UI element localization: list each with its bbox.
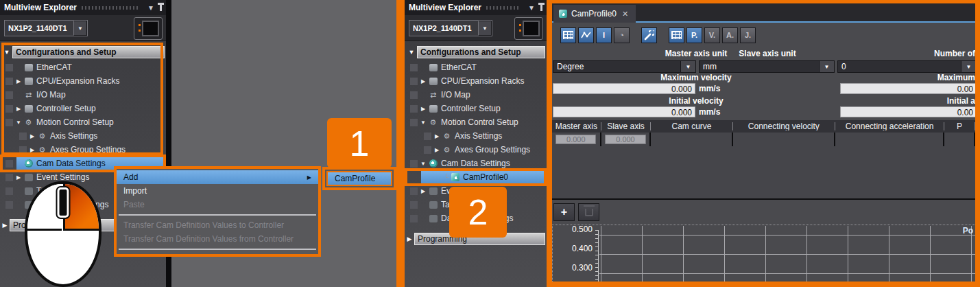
device-select[interactable]: NX1P2_1140DT1 ▼ (409, 20, 492, 36)
add-row-button[interactable]: + (553, 203, 575, 221)
tree-checkbox[interactable] (5, 91, 13, 99)
collapsed-arrow-icon[interactable]: ▶ (27, 147, 38, 153)
row-cell-field[interactable]: 0.000 (605, 135, 646, 144)
table-icon[interactable] (669, 27, 684, 43)
tree-checkbox[interactable] (5, 105, 13, 113)
tree-root-configurations[interactable]: ▼ Configurations and Setup (406, 45, 545, 59)
tree-checkbox[interactable] (410, 201, 418, 209)
chart-plot-area[interactable] (599, 226, 975, 282)
tree-checkbox[interactable] (410, 160, 418, 168)
row-cell[interactable] (944, 133, 975, 146)
tree-item-controller-setup[interactable]: ▶Controller Setup (405, 102, 547, 115)
expanded-arrow-icon[interactable]: ▼ (13, 119, 24, 126)
tree-item-i-o-map[interactable]: ⇄I/O Map (405, 88, 547, 102)
expanded-arrow-icon[interactable]: ▼ (418, 161, 429, 167)
text-cursor-icon[interactable]: I (596, 27, 612, 43)
tree-item-camprofile0[interactable]: └CamProfile0 (405, 170, 547, 184)
tree-item-ethercat[interactable]: EtherCAT (0, 60, 166, 74)
tree-checkbox[interactable] (424, 133, 431, 140)
menu-item-camprofile[interactable]: CamProfile (326, 171, 392, 186)
tree-checkbox[interactable] (5, 160, 13, 168)
close-icon[interactable]: ✕ (622, 10, 628, 19)
row-cell-field[interactable]: 0.000 (555, 135, 596, 144)
collapsed-arrow-icon[interactable]: ▶ (431, 133, 442, 139)
tree-checkbox[interactable] (410, 119, 418, 126)
initial-velocity-field[interactable]: 0.000 (553, 106, 695, 117)
tree-item-controller-setup[interactable]: ▶Controller Setup (0, 102, 166, 115)
cam-table-row[interactable]: 0.0000.000 (552, 133, 975, 146)
row-cell[interactable]: 0.000 (601, 133, 652, 146)
curve-view-icon[interactable] (578, 27, 594, 43)
menu-item-add[interactable]: Add▶ (117, 170, 318, 184)
row-cell[interactable] (733, 133, 835, 146)
tree-checkbox[interactable] (410, 91, 418, 99)
tree-item-cpu-expansion-racks[interactable]: ▶CPU/Expansion Racks (405, 74, 547, 88)
tree-item-axis-settings[interactable]: ▶⚙Axis Settings (0, 129, 166, 143)
tree-item-ethercat[interactable]: EtherCAT (405, 60, 547, 74)
grid-view-icon[interactable] (560, 27, 576, 43)
row-cell[interactable] (835, 133, 944, 146)
tree-checkbox[interactable] (410, 78, 418, 85)
device-select[interactable]: NX1P2_1140DT1 ▼ (4, 20, 88, 36)
position-toggle[interactable]: P. (686, 27, 702, 43)
tree-checkbox[interactable] (19, 133, 27, 140)
collapsed-arrow-icon[interactable]: ▶ (13, 78, 24, 84)
tree-checkbox[interactable] (410, 215, 418, 222)
collapsed-arrow-icon[interactable]: ▶ (418, 106, 429, 112)
expanded-arrow-icon[interactable]: ▼ (406, 49, 417, 56)
number-of-select[interactable]: 0 ▼ (837, 60, 977, 73)
pin-icon[interactable] (160, 5, 162, 11)
expanded-arrow-icon[interactable]: ▼ (1, 49, 12, 56)
controller-status-icon[interactable] (134, 17, 163, 40)
wrench-icon[interactable] (641, 27, 657, 43)
maximum-acceleration-field[interactable]: 0.00 (840, 83, 977, 94)
collapsed-arrow-icon[interactable]: ▶ (13, 106, 24, 112)
column-header-p: P (944, 122, 975, 130)
collapsed-arrow-icon[interactable]: ▶ (0, 222, 10, 229)
tree-item-axes-group-settings[interactable]: ▶⚙Axes Group Settings (405, 143, 547, 157)
tree-checkbox[interactable] (5, 119, 13, 126)
menu-item-import[interactable]: Import (117, 184, 318, 198)
row-cell[interactable]: 0.000 (552, 133, 601, 146)
controller-status-icon[interactable] (514, 17, 543, 40)
pin-icon[interactable] (540, 5, 542, 11)
collapsed-arrow-icon[interactable]: ▶ (27, 133, 38, 139)
tree-item-motion-control-setup[interactable]: ▼⚙Motion Control Setup (0, 115, 166, 129)
tree-checkbox[interactable] (424, 146, 431, 154)
collapsed-arrow-icon[interactable]: ▶ (405, 236, 414, 242)
tree-checkbox[interactable] (5, 187, 13, 195)
tree-checkbox[interactable] (5, 78, 13, 85)
initial-acceleration-field[interactable]: 0.00 (840, 106, 977, 117)
tree-checkbox[interactable] (19, 146, 27, 154)
tree-item-axis-settings[interactable]: ▶⚙Axis Settings (405, 129, 547, 143)
tree-item-i-o-map[interactable]: ⇄I/O Map (0, 88, 166, 102)
slave-axis-unit-select[interactable]: mm ▼ (699, 60, 835, 73)
delete-row-button[interactable] (578, 203, 599, 221)
master-axis-unit-select[interactable]: Degree ▼ (553, 60, 696, 73)
collapsed-arrow-icon[interactable]: ▶ (418, 188, 429, 194)
clock-icon[interactable]: ◔ (614, 27, 630, 43)
tree-checkbox[interactable] (5, 64, 13, 71)
collapsed-arrow-icon[interactable]: ▶ (13, 174, 24, 181)
tree-item-cam-data-settings[interactable]: ▼Cam Data Settings (405, 157, 547, 170)
tree-item-axes-group-settings[interactable]: ▶⚙Axes Group Settings (0, 143, 166, 157)
tree-checkbox[interactable] (5, 174, 13, 181)
maximum-velocity-field[interactable]: 0.000 (553, 83, 695, 94)
collapsed-arrow-icon[interactable]: ▶ (431, 147, 442, 153)
tree-checkbox[interactable] (410, 64, 418, 71)
tree-item-cpu-expansion-racks[interactable]: ▶CPU/Expansion Racks (0, 74, 166, 88)
collapsed-arrow-icon[interactable]: ▶ (418, 78, 429, 84)
velocity-toggle[interactable]: V. (704, 27, 720, 43)
chevron-down-icon[interactable]: ▼ (147, 4, 154, 12)
acceleration-toggle[interactable]: A. (722, 27, 738, 43)
row-cell[interactable] (651, 133, 732, 146)
tree-checkbox[interactable] (410, 105, 418, 113)
tree-root-configurations[interactable]: ▼ Configurations and Setup (1, 45, 165, 59)
expanded-arrow-icon[interactable]: ▼ (418, 119, 429, 126)
jerk-toggle[interactable]: J. (740, 27, 756, 43)
tree-checkbox[interactable] (410, 187, 418, 195)
tree-checkbox[interactable] (5, 201, 13, 209)
tree-item-motion-control-setup[interactable]: ▼⚙Motion Control Setup (405, 115, 547, 129)
tab-camprofile0[interactable]: CamProfile0 ✕ (553, 5, 636, 23)
chevron-down-icon[interactable]: ▼ (528, 4, 535, 12)
